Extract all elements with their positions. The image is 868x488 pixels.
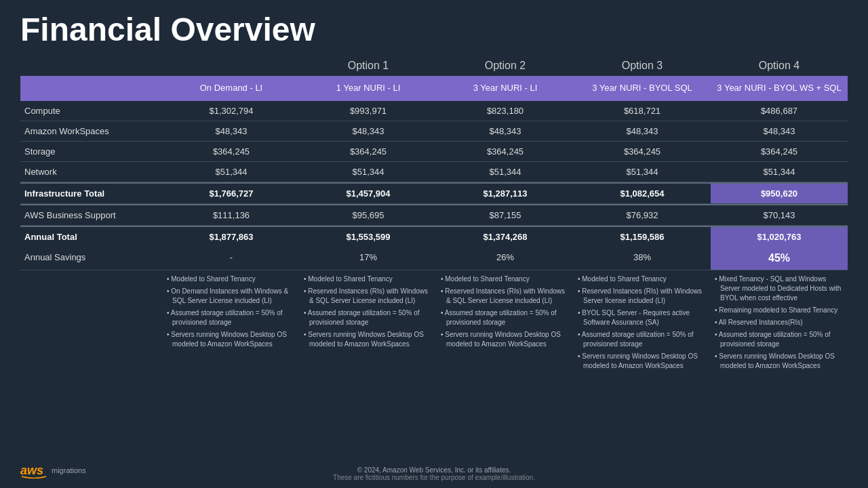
ph-col1: On Demand - LI [163,76,300,101]
table-row: Storage$364,245$364,245$364,245$364,245$… [20,142,848,162]
row-value: $950,620 [711,184,848,203]
footer: © 2024, Amazon Web Services, Inc. or its… [20,464,848,481]
ph-col3: 3 Year NURI - LI [437,76,574,101]
savings-value: - [163,247,300,270]
note-item: Modeled to Shared Tenancy [304,274,433,284]
row-value: $364,245 [300,142,437,161]
row-value: $48,343 [574,121,711,141]
option3-label: Option 3 [574,56,711,76]
row-value: $1,766,727 [163,184,300,203]
row-label: Infrastructure Total [20,184,163,203]
svg-text:aws: aws [20,464,43,477]
option4-label: Option 4 [711,56,848,76]
row-value: $1,553,599 [300,227,437,247]
note-item: Assumed storage utilization = 50% of pro… [167,308,296,327]
row-label: Compute [20,101,163,121]
note-item: Assumed storage utilization = 50% of pro… [578,330,707,349]
savings-value: 17% [300,247,437,270]
note-item: Reserved Instances (RIs) with Windows & … [441,287,570,306]
footer-copyright: © 2024, Amazon Web Services, Inc. or its… [333,466,535,474]
row-value: $1,082,654 [574,184,711,203]
data-table: Compute$1,302,794$993,971$823,180$618,72… [20,101,848,247]
row-value: $993,971 [300,101,437,121]
notes-column: Modeled to Shared TenancyReserved Instan… [300,274,437,461]
row-value: $364,245 [574,142,711,161]
notes-column: Modeled to Shared TenancyReserved Instan… [437,274,574,461]
savings-value: 45% [711,247,848,270]
row-value: $1,287,113 [437,184,574,203]
option2-label: Option 2 [437,56,574,76]
row-value: $364,245 [437,142,574,161]
ph-col2: 1 Year NURI - LI [300,76,437,101]
footer-disclaimer: These are fictitious numbers for the pur… [333,474,535,481]
row-value: $51,344 [711,162,848,182]
ph-col4: 3 Year NURI - BYOL SQL [574,76,711,101]
row-value: $1,877,863 [163,227,300,247]
note-item: Remaining modeled to Shared Tenancy [715,306,844,315]
table-row: AWS Business Support$111,136$95,695$87,1… [20,204,848,226]
note-item: Reserved Instances (RIs) with Windows Se… [578,287,707,306]
note-item: Assumed storage utilization = 50% of pro… [715,330,844,349]
table-row: Infrastructure Total$1,766,727$1,457,904… [20,182,848,204]
note-item: BYOL SQL Server - Requires active Softwa… [578,308,707,327]
page-wrapper: Financial Overview Option 1 Option 2 Opt… [0,0,868,488]
note-item: Assumed storage utilization = 50% of pro… [304,308,433,327]
notes-column: Modeled to Shared TenancyOn Demand Insta… [163,274,300,461]
row-label: Amazon WorkSpaces [20,121,163,141]
header-empty-2 [163,56,300,76]
note-item: Modeled to Shared Tenancy [578,274,707,284]
note-item: All Reserved Instances(RIs) [715,318,844,327]
row-value: $1,302,794 [163,101,300,121]
note-item: Servers running Windows Desktop OS model… [167,330,296,349]
purple-header: On Demand - LI 1 Year NURI - LI 3 Year N… [20,76,848,101]
row-value: $1,020,763 [711,227,848,247]
row-value: $823,180 [437,101,574,121]
savings-value: 26% [437,247,574,270]
migrations-label: migrations [52,466,86,474]
table-container: Option 1 Option 2 Option 3 Option 4 On D… [20,56,848,461]
notes-column: Modeled to Shared TenancyReserved Instan… [574,274,711,461]
note-item: Servers running Windows Desktop OS model… [578,352,707,371]
row-value: $618,721 [574,101,711,121]
note-item: Servers running Windows Desktop OS model… [304,330,433,349]
row-label: Storage [20,142,163,161]
row-value: $1,374,268 [437,227,574,247]
footer-center: © 2024, Amazon Web Services, Inc. or its… [333,466,535,481]
row-value: $111,136 [163,205,300,225]
note-item: Mixed Tenancy - SQL and Windows Server m… [715,274,844,303]
row-value: $51,344 [574,162,711,182]
row-label: Annual Total [20,227,163,247]
row-value: $48,343 [711,121,848,141]
ph-col5: 3 Year NURI - BYOL WS + SQL [711,76,848,101]
row-value: $364,245 [163,142,300,161]
row-value: $48,343 [163,121,300,141]
row-label: Network [20,162,163,182]
aws-icon: aws [20,462,47,479]
savings-row: Annual Savings-17%26%38%45% [20,247,848,270]
notes-section: Modeled to Shared TenancyOn Demand Insta… [20,274,848,461]
note-item: Servers running Windows Desktop OS model… [441,330,570,349]
row-value: $87,155 [437,205,574,225]
footer-logo: aws migrations [20,462,86,479]
notes-column: Mixed Tenancy - SQL and Windows Server m… [711,274,848,461]
table-row: Compute$1,302,794$993,971$823,180$618,72… [20,101,848,121]
option1-label: Option 1 [300,56,437,76]
aws-logo: aws migrations [20,462,86,479]
row-value: $70,143 [711,205,848,225]
row-value: $1,457,904 [300,184,437,203]
notes-column [20,274,163,461]
options-header: Option 1 Option 2 Option 3 Option 4 [20,56,848,76]
row-value: $1,159,586 [574,227,711,247]
row-value: $48,343 [300,121,437,141]
savings-label: Annual Savings [20,247,163,270]
page-title: Financial Overview [20,14,848,46]
table-row: Network$51,344$51,344$51,344$51,344$51,3… [20,162,848,182]
row-value: $486,687 [711,101,848,121]
note-item: Modeled to Shared Tenancy [167,274,296,284]
row-value: $51,344 [437,162,574,182]
savings-value: 38% [574,247,711,270]
row-label: AWS Business Support [20,205,163,225]
note-item: Servers running Windows Desktop OS model… [715,352,844,371]
row-value: $76,932 [574,205,711,225]
note-item: On Demand Instances with Windows & SQL S… [167,287,296,306]
